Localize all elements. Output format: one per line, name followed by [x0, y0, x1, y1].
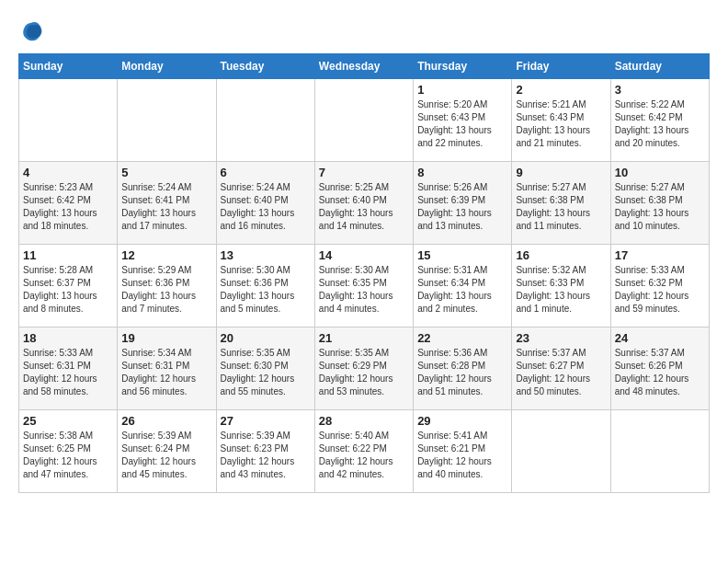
day-number: 16 — [516, 248, 606, 262]
day-info: Sunrise: 5:22 AM Sunset: 6:42 PM Dayligh… — [615, 98, 705, 150]
calendar-cell: 1Sunrise: 5:20 AM Sunset: 6:43 PM Daylig… — [414, 79, 512, 162]
calendar-table: SundayMondayTuesdayWednesdayThursdayFrid… — [18, 53, 710, 493]
calendar-week-row: 4Sunrise: 5:23 AM Sunset: 6:42 PM Daylig… — [19, 162, 710, 245]
day-info: Sunrise: 5:31 AM Sunset: 6:34 PM Dayligh… — [417, 264, 507, 316]
day-number: 9 — [516, 166, 606, 179]
day-number: 14 — [319, 248, 409, 262]
calendar-cell: 23Sunrise: 5:37 AM Sunset: 6:27 PM Dayli… — [512, 327, 610, 410]
calendar-cell — [610, 410, 709, 493]
day-info: Sunrise: 5:36 AM Sunset: 6:28 PM Dayligh… — [417, 347, 507, 398]
calendar-cell: 11Sunrise: 5:28 AM Sunset: 6:37 PM Dayli… — [19, 245, 118, 327]
calendar-cell — [19, 79, 118, 162]
day-number: 8 — [417, 166, 507, 179]
calendar-cell: 8Sunrise: 5:26 AM Sunset: 6:39 PM Daylig… — [414, 162, 512, 245]
calendar-cell: 29Sunrise: 5:41 AM Sunset: 6:21 PM Dayli… — [414, 410, 512, 493]
day-number: 2 — [516, 83, 606, 97]
day-number: 27 — [221, 414, 311, 428]
day-number: 11 — [23, 248, 113, 262]
weekday-header-friday: Friday — [512, 54, 610, 79]
day-number: 18 — [23, 331, 113, 345]
day-number: 19 — [121, 331, 211, 345]
calendar-cell: 15Sunrise: 5:31 AM Sunset: 6:34 PM Dayli… — [414, 245, 512, 327]
calendar-cell: 14Sunrise: 5:30 AM Sunset: 6:35 PM Dayli… — [314, 245, 413, 327]
day-info: Sunrise: 5:27 AM Sunset: 6:38 PM Dayligh… — [615, 181, 705, 233]
calendar-cell: 24Sunrise: 5:37 AM Sunset: 6:26 PM Dayli… — [610, 327, 709, 410]
page-header — [18, 18, 710, 44]
calendar-cell: 26Sunrise: 5:39 AM Sunset: 6:24 PM Dayli… — [118, 410, 216, 493]
calendar-cell: 4Sunrise: 5:23 AM Sunset: 6:42 PM Daylig… — [19, 162, 118, 245]
day-info: Sunrise: 5:20 AM Sunset: 6:43 PM Dayligh… — [417, 98, 507, 150]
day-info: Sunrise: 5:41 AM Sunset: 6:21 PM Dayligh… — [417, 430, 507, 481]
calendar-cell: 19Sunrise: 5:34 AM Sunset: 6:31 PM Dayli… — [118, 327, 216, 410]
weekday-header-monday: Monday — [118, 54, 216, 79]
day-info: Sunrise: 5:25 AM Sunset: 6:40 PM Dayligh… — [319, 181, 409, 233]
calendar-week-row: 1Sunrise: 5:20 AM Sunset: 6:43 PM Daylig… — [19, 79, 710, 162]
day-info: Sunrise: 5:21 AM Sunset: 6:43 PM Dayligh… — [516, 98, 606, 150]
day-info: Sunrise: 5:35 AM Sunset: 6:29 PM Dayligh… — [319, 347, 409, 398]
weekday-header-wednesday: Wednesday — [314, 54, 413, 79]
day-number: 28 — [319, 414, 409, 428]
calendar-cell: 20Sunrise: 5:35 AM Sunset: 6:30 PM Dayli… — [216, 327, 314, 410]
calendar-cell: 18Sunrise: 5:33 AM Sunset: 6:31 PM Dayli… — [19, 327, 118, 410]
day-info: Sunrise: 5:39 AM Sunset: 6:24 PM Dayligh… — [121, 430, 211, 481]
calendar-cell: 9Sunrise: 5:27 AM Sunset: 6:38 PM Daylig… — [512, 162, 610, 245]
weekday-header-tuesday: Tuesday — [216, 54, 314, 79]
calendar-cell: 28Sunrise: 5:40 AM Sunset: 6:22 PM Dayli… — [314, 410, 413, 493]
logo — [18, 18, 48, 44]
day-number: 17 — [615, 248, 705, 262]
day-number: 24 — [615, 331, 705, 345]
day-number: 12 — [121, 248, 211, 262]
calendar-week-row: 25Sunrise: 5:38 AM Sunset: 6:25 PM Dayli… — [19, 410, 710, 493]
day-number: 15 — [417, 248, 507, 262]
calendar-cell: 2Sunrise: 5:21 AM Sunset: 6:43 PM Daylig… — [512, 79, 610, 162]
weekday-header-thursday: Thursday — [414, 54, 512, 79]
day-info: Sunrise: 5:32 AM Sunset: 6:33 PM Dayligh… — [516, 264, 606, 316]
calendar-cell: 12Sunrise: 5:29 AM Sunset: 6:36 PM Dayli… — [118, 245, 216, 327]
day-info: Sunrise: 5:34 AM Sunset: 6:31 PM Dayligh… — [121, 347, 211, 398]
weekday-header-saturday: Saturday — [610, 54, 709, 79]
calendar-cell: 10Sunrise: 5:27 AM Sunset: 6:38 PM Dayli… — [610, 162, 709, 245]
weekday-header-sunday: Sunday — [19, 54, 118, 79]
calendar-header-row: SundayMondayTuesdayWednesdayThursdayFrid… — [19, 54, 710, 79]
calendar-cell: 27Sunrise: 5:39 AM Sunset: 6:23 PM Dayli… — [216, 410, 314, 493]
calendar-cell: 13Sunrise: 5:30 AM Sunset: 6:36 PM Dayli… — [216, 245, 314, 327]
logo-icon — [18, 18, 44, 44]
calendar-cell: 6Sunrise: 5:24 AM Sunset: 6:40 PM Daylig… — [216, 162, 314, 245]
calendar-cell: 17Sunrise: 5:33 AM Sunset: 6:32 PM Dayli… — [610, 245, 709, 327]
day-number: 21 — [319, 331, 409, 345]
calendar-week-row: 18Sunrise: 5:33 AM Sunset: 6:31 PM Dayli… — [19, 327, 710, 410]
day-info: Sunrise: 5:37 AM Sunset: 6:26 PM Dayligh… — [615, 347, 705, 398]
day-info: Sunrise: 5:37 AM Sunset: 6:27 PM Dayligh… — [516, 347, 606, 398]
day-info: Sunrise: 5:24 AM Sunset: 6:40 PM Dayligh… — [221, 181, 311, 233]
calendar-week-row: 11Sunrise: 5:28 AM Sunset: 6:37 PM Dayli… — [19, 245, 710, 327]
day-number: 29 — [417, 414, 507, 428]
day-info: Sunrise: 5:40 AM Sunset: 6:22 PM Dayligh… — [319, 430, 409, 481]
calendar-cell — [118, 79, 216, 162]
day-info: Sunrise: 5:23 AM Sunset: 6:42 PM Dayligh… — [23, 181, 113, 233]
calendar-cell — [216, 79, 314, 162]
calendar-cell: 7Sunrise: 5:25 AM Sunset: 6:40 PM Daylig… — [314, 162, 413, 245]
day-info: Sunrise: 5:39 AM Sunset: 6:23 PM Dayligh… — [221, 430, 311, 481]
day-number: 25 — [23, 414, 113, 428]
calendar-cell: 16Sunrise: 5:32 AM Sunset: 6:33 PM Dayli… — [512, 245, 610, 327]
calendar-cell — [512, 410, 610, 493]
day-number: 6 — [221, 166, 311, 179]
calendar-cell: 3Sunrise: 5:22 AM Sunset: 6:42 PM Daylig… — [610, 79, 709, 162]
day-info: Sunrise: 5:38 AM Sunset: 6:25 PM Dayligh… — [23, 430, 113, 481]
day-info: Sunrise: 5:30 AM Sunset: 6:36 PM Dayligh… — [221, 264, 311, 316]
calendar-cell: 22Sunrise: 5:36 AM Sunset: 6:28 PM Dayli… — [414, 327, 512, 410]
calendar-cell: 25Sunrise: 5:38 AM Sunset: 6:25 PM Dayli… — [19, 410, 118, 493]
day-number: 10 — [615, 166, 705, 179]
day-number: 1 — [417, 83, 507, 97]
day-number: 23 — [516, 331, 606, 345]
day-number: 20 — [221, 331, 311, 345]
day-number: 7 — [319, 166, 409, 179]
calendar-cell: 5Sunrise: 5:24 AM Sunset: 6:41 PM Daylig… — [118, 162, 216, 245]
day-number: 3 — [615, 83, 705, 97]
day-info: Sunrise: 5:33 AM Sunset: 6:32 PM Dayligh… — [615, 264, 705, 316]
day-number: 26 — [121, 414, 211, 428]
calendar-cell — [314, 79, 413, 162]
day-info: Sunrise: 5:30 AM Sunset: 6:35 PM Dayligh… — [319, 264, 409, 316]
calendar-cell: 21Sunrise: 5:35 AM Sunset: 6:29 PM Dayli… — [314, 327, 413, 410]
day-number: 13 — [221, 248, 311, 262]
